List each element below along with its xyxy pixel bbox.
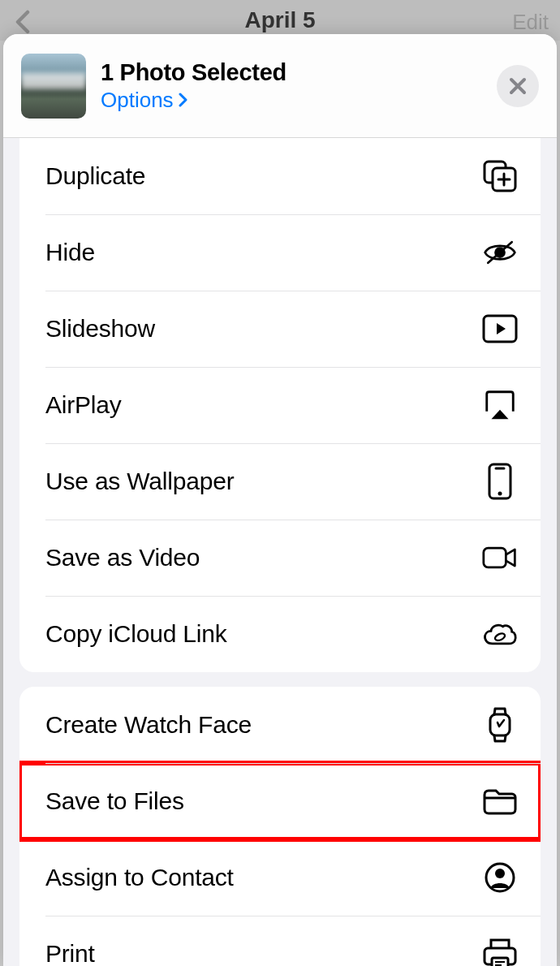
action-label: Hide xyxy=(45,239,95,266)
sheet-header: 1 Photo Selected Options xyxy=(3,34,557,138)
action-icloud-link[interactable]: Copy iCloud Link xyxy=(19,596,541,672)
back-chevron-icon[interactable] xyxy=(15,10,32,34)
action-label: Use as Wallpaper xyxy=(45,468,234,495)
action-assign-contact[interactable]: Assign to Contact xyxy=(19,839,541,916)
close-button[interactable] xyxy=(497,65,539,107)
svg-rect-6 xyxy=(484,548,506,567)
printer-icon xyxy=(482,936,518,966)
action-label: Save as Video xyxy=(45,544,200,571)
play-rect-icon xyxy=(482,311,518,347)
action-print[interactable]: Print xyxy=(19,916,541,966)
action-label: Print xyxy=(45,940,95,966)
svg-point-5 xyxy=(498,492,502,496)
photo-thumbnail[interactable] xyxy=(21,54,86,119)
video-icon xyxy=(482,540,518,576)
airplay-icon xyxy=(482,387,518,423)
action-label: Create Watch Face xyxy=(45,711,252,739)
edit-button[interactable]: Edit xyxy=(512,10,549,35)
chevron-right-icon xyxy=(179,93,188,107)
action-label: AirPlay xyxy=(45,391,122,419)
options-label: Options xyxy=(101,88,174,113)
action-save-to-files[interactable]: Save to Files xyxy=(19,763,541,839)
action-wallpaper[interactable]: Use as Wallpaper xyxy=(19,443,541,520)
svg-point-7 xyxy=(494,632,506,642)
action-airplay[interactable]: AirPlay xyxy=(19,367,541,443)
close-icon xyxy=(508,76,528,96)
options-button[interactable]: Options xyxy=(101,88,497,113)
svg-point-10 xyxy=(495,869,505,878)
phone-icon xyxy=(482,464,518,499)
actions-group-1: Duplicate Hide xyxy=(19,138,541,672)
cloud-link-icon xyxy=(482,616,518,652)
watch-icon xyxy=(482,707,518,743)
hide-icon xyxy=(482,235,518,270)
actions-scroll[interactable]: Duplicate Hide xyxy=(3,138,557,966)
action-label: Slideshow xyxy=(45,315,155,343)
action-save-video[interactable]: Save as Video xyxy=(19,520,541,596)
action-label: Copy iCloud Link xyxy=(45,620,227,648)
action-label: Assign to Contact xyxy=(45,864,234,891)
duplicate-icon xyxy=(482,158,518,194)
action-duplicate[interactable]: Duplicate xyxy=(19,138,541,214)
action-slideshow[interactable]: Slideshow xyxy=(19,291,541,367)
action-label: Save to Files xyxy=(45,787,184,815)
action-label: Duplicate xyxy=(45,162,145,190)
selection-title: 1 Photo Selected xyxy=(101,59,497,86)
nav-title: April 5 xyxy=(244,7,315,33)
action-hide[interactable]: Hide xyxy=(19,214,541,291)
folder-icon xyxy=(482,783,518,819)
action-watch-face[interactable]: Create Watch Face xyxy=(19,687,541,763)
contact-icon xyxy=(482,860,518,895)
actions-group-2: Create Watch Face Save to Files xyxy=(19,687,541,966)
share-sheet: 1 Photo Selected Options Duplicate xyxy=(3,34,557,966)
